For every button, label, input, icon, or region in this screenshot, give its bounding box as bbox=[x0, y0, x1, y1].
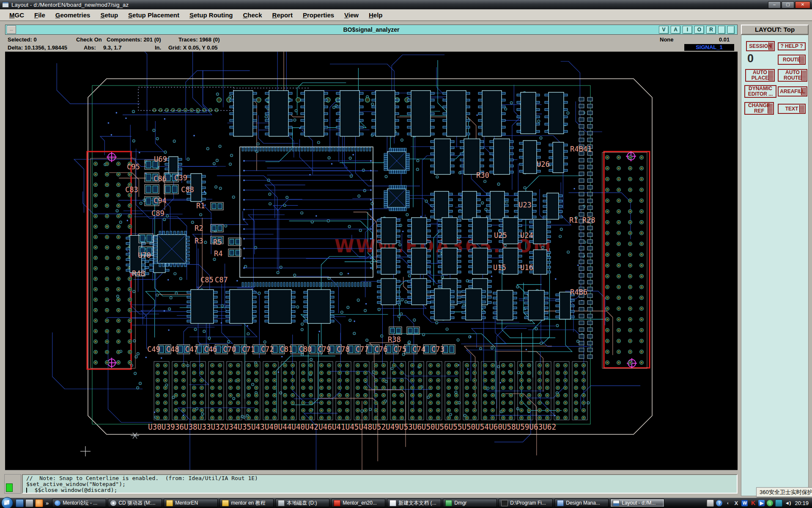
ic-package bbox=[460, 139, 484, 174]
word-tray-icon[interactable]: W bbox=[741, 500, 748, 506]
auto-route-button[interactable]: AUTO ROUTE bbox=[778, 69, 807, 82]
close-button[interactable]: ✕ bbox=[795, 1, 810, 8]
ic-package bbox=[543, 193, 562, 219]
taskbar-clock[interactable]: 20:19 bbox=[795, 500, 809, 506]
taskbar-task[interactable]: Layout - d:/M... bbox=[610, 499, 664, 507]
help-button[interactable]: ? HELP ? bbox=[778, 41, 806, 51]
menu-setup-placement[interactable]: Setup Placement bbox=[123, 11, 184, 19]
capacitor-footprint bbox=[139, 234, 153, 243]
message-console[interactable]: // Note: Snap to Centerline is enabled. … bbox=[22, 474, 738, 494]
route-button[interactable]: ROUTE bbox=[778, 55, 806, 65]
menu-file[interactable]: File bbox=[29, 11, 50, 19]
taskbar-task[interactable]: MentorEN bbox=[164, 499, 218, 507]
view-toggle-o[interactable]: O bbox=[694, 26, 704, 34]
taskbar-task[interactable]: 本地磁盘 (D:) bbox=[275, 499, 329, 507]
menu-view[interactable]: View bbox=[339, 11, 364, 19]
console-indicator bbox=[4, 474, 21, 494]
menu-grid-icon bbox=[799, 56, 804, 64]
console-line: // Note: Snap to Centerline is enabled. … bbox=[26, 475, 733, 481]
menu-check[interactable]: Check bbox=[238, 11, 267, 19]
task-button-group: Mentor论坛 - ...CD 驱动器 (M:...MentorENmento… bbox=[52, 499, 664, 507]
ic-package bbox=[443, 91, 470, 136]
ic-package bbox=[408, 248, 431, 274]
ref-label: C46 bbox=[204, 345, 217, 353]
volume-icon[interactable]: ◄) bbox=[785, 500, 791, 506]
x-tray-icon[interactable]: X bbox=[733, 500, 739, 506]
taskbar-task[interactable]: Design Mana... bbox=[554, 499, 609, 507]
text-button[interactable]: TEXT bbox=[778, 104, 806, 114]
ref-label: C72 bbox=[261, 345, 274, 353]
menu-mgc[interactable]: MGC bbox=[4, 11, 29, 19]
start-button[interactable] bbox=[1, 497, 13, 508]
ref-label: C86 bbox=[154, 174, 167, 183]
doc-minimize-button[interactable] bbox=[718, 26, 725, 34]
session-button[interactable]: SESSION bbox=[746, 41, 775, 51]
ref-label: U16 bbox=[520, 263, 533, 272]
task-label: 新建文本文档 (... bbox=[398, 500, 436, 507]
ref-label: C76 bbox=[375, 345, 388, 353]
tray-tooltip: 360安全卫士实时保护 bbox=[756, 487, 812, 497]
ref-label: R1 R28 bbox=[569, 216, 595, 224]
crosshair-cursor bbox=[80, 446, 91, 456]
change-ref-button[interactable]: CHANGE REF bbox=[744, 102, 774, 115]
txt-icon bbox=[390, 500, 396, 506]
doc-maximize-button[interactable] bbox=[727, 26, 735, 34]
taskbar-task[interactable]: Mentor论坛 - ... bbox=[52, 499, 106, 507]
auto-place-button[interactable]: AUTO PLACE bbox=[745, 69, 775, 82]
help-tray-icon[interactable]: ? bbox=[716, 500, 722, 506]
view-toggle-a[interactable]: A bbox=[671, 26, 680, 34]
ic-package bbox=[524, 290, 548, 320]
capacitor-footprint bbox=[407, 327, 420, 334]
taskbar-task[interactable]: D:\Program Fi... bbox=[499, 499, 553, 507]
ref-label: C74 bbox=[412, 345, 425, 353]
show-desktop-icon[interactable] bbox=[16, 499, 24, 507]
tool-palette: SESSION ? HELP ? 0 ROUTE AUTO PLACE AUTO… bbox=[741, 35, 809, 496]
ref-label: C81 bbox=[280, 345, 293, 353]
taskbar-task[interactable]: Mentor_en20... bbox=[331, 499, 385, 507]
tray-expand-icon[interactable]: ‹ bbox=[724, 500, 731, 506]
player-tray-icon[interactable]: ▶ bbox=[758, 500, 765, 506]
minimize-button[interactable]: – bbox=[768, 1, 781, 8]
status-abs-label: Abs: bbox=[84, 44, 96, 51]
task-label: mentor en 教程 bbox=[231, 500, 265, 507]
capacitor-footprint bbox=[211, 224, 223, 232]
keyboard-icon[interactable] bbox=[707, 500, 714, 507]
taskbar-task[interactable]: Dmgr bbox=[443, 499, 497, 507]
media-player-icon[interactable] bbox=[35, 499, 43, 507]
menu-setup[interactable]: Setup bbox=[95, 11, 123, 19]
window-switcher-icon[interactable] bbox=[25, 499, 33, 507]
active-signal-badge[interactable]: SIGNAL_1 bbox=[684, 44, 734, 51]
ref-label: C89 bbox=[151, 209, 165, 218]
download-tray-icon[interactable]: ↓ bbox=[767, 500, 773, 506]
pcb-viewport[interactable]: WWW.EDA365.COMC49C48C47C46C70C71C72C81C8… bbox=[5, 52, 738, 470]
taskbar-task[interactable]: CD 驱动器 (M:... bbox=[108, 499, 162, 507]
antivirus-icon[interactable]: K bbox=[750, 500, 756, 506]
menu-geometries[interactable]: Geometries bbox=[50, 11, 96, 19]
taskbar-task[interactable]: mentor en 教程 bbox=[219, 499, 274, 507]
app-body: ... BO$signal_analyzer VAIOR Selected: 0… bbox=[0, 21, 812, 498]
ref-label: C78 bbox=[337, 345, 350, 353]
view-toggle-r[interactable]: R bbox=[706, 26, 716, 34]
status-abs: 9.3, 1.7 bbox=[103, 44, 121, 51]
areafill-button[interactable]: AREAFILL bbox=[778, 86, 807, 97]
maximize-button[interactable]: ▢ bbox=[782, 1, 794, 8]
status-delta: Delta: 10.1356, 1.98445 bbox=[8, 44, 67, 51]
dynamic-editor-button[interactable]: DYNAMIC EDITOR ... bbox=[744, 85, 776, 98]
qfp-package bbox=[154, 231, 189, 267]
menu-properties[interactable]: Properties bbox=[298, 11, 339, 19]
fiducial-marker bbox=[107, 152, 117, 162]
view-toggle-v[interactable]: V bbox=[659, 26, 669, 34]
task-label: Dmgr bbox=[454, 500, 466, 506]
display-tray-icon[interactable] bbox=[775, 500, 782, 507]
quicklaunch-overflow-chevron[interactable]: » bbox=[46, 500, 49, 506]
status-check: Check On bbox=[76, 36, 102, 43]
view-toggle-i[interactable]: I bbox=[683, 26, 692, 34]
menu-help[interactable]: Help bbox=[364, 11, 388, 19]
taskbar-task[interactable]: 新建文本文档 (... bbox=[387, 499, 441, 507]
ic-package bbox=[265, 91, 292, 136]
menu-setup-routing[interactable]: Setup Routing bbox=[184, 11, 238, 19]
doc-title: BO$signal_analyzer bbox=[5, 26, 737, 33]
ref-label: U26 bbox=[537, 160, 550, 168]
ref-label: R4B41 bbox=[570, 145, 592, 153]
menu-report[interactable]: Report bbox=[267, 11, 298, 19]
